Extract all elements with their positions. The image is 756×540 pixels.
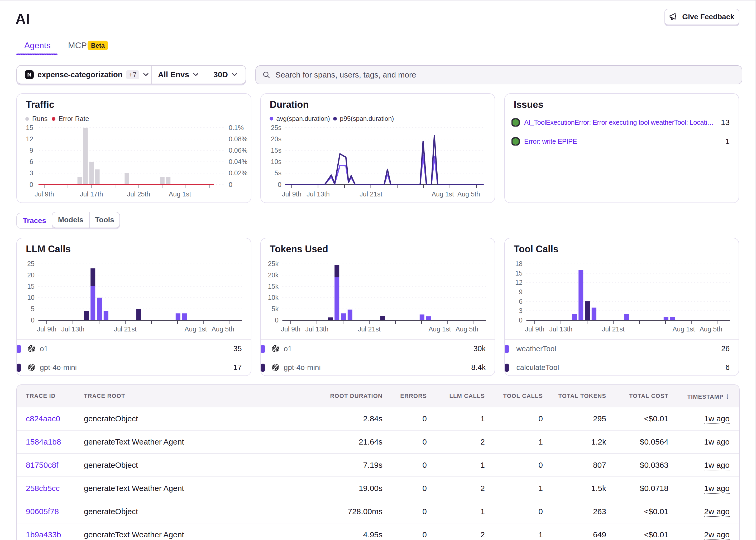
svg-text:Jul 21st: Jul 21st — [602, 326, 624, 333]
svg-text:Jul 13th: Jul 13th — [307, 191, 330, 198]
svg-text:0.04%: 0.04% — [229, 158, 247, 165]
svg-text:9: 9 — [30, 147, 33, 154]
svg-text:5s: 5s — [274, 169, 281, 177]
svg-text:Aug 1st: Aug 1st — [185, 326, 207, 333]
svg-text:Jul 9th: Jul 9th — [525, 326, 544, 333]
svg-text:0: 0 — [278, 181, 281, 188]
svg-text:Aug 5th: Aug 5th — [457, 191, 480, 198]
svg-text:5: 5 — [31, 305, 35, 313]
svg-text:Jul 25th: Jul 25th — [127, 191, 150, 198]
svg-text:10s: 10s — [271, 158, 281, 165]
svg-text:Aug 5th: Aug 5th — [456, 326, 478, 333]
svg-text:Jul 9th: Jul 9th — [37, 326, 57, 333]
svg-text:0.08%: 0.08% — [229, 135, 247, 143]
svg-text:18: 18 — [515, 260, 523, 267]
svg-text:Aug 5th: Aug 5th — [212, 326, 234, 333]
svg-text:Aug 1st: Aug 1st — [673, 326, 695, 333]
svg-text:Jul 13th: Jul 13th — [549, 326, 572, 333]
svg-text:12: 12 — [515, 279, 523, 286]
svg-text:3: 3 — [30, 169, 33, 177]
svg-text:9: 9 — [519, 288, 523, 296]
svg-text:20s: 20s — [271, 135, 281, 143]
svg-text:0: 0 — [31, 317, 35, 324]
svg-text:20: 20 — [27, 271, 35, 279]
svg-text:20k: 20k — [268, 271, 279, 279]
svg-text:Aug 1st: Aug 1st — [169, 191, 191, 198]
svg-text:5k: 5k — [271, 305, 279, 313]
svg-text:10k: 10k — [268, 294, 279, 301]
svg-text:Jul 17th: Jul 17th — [80, 191, 103, 198]
svg-text:3: 3 — [519, 307, 523, 314]
svg-text:Jul 21st: Jul 21st — [114, 326, 137, 333]
svg-text:6: 6 — [519, 298, 523, 305]
svg-text:6: 6 — [30, 158, 33, 165]
svg-text:Jul 9th: Jul 9th — [281, 326, 300, 333]
svg-text:25s: 25s — [271, 124, 281, 131]
svg-text:Jul 9th: Jul 9th — [282, 191, 302, 198]
svg-text:0.1%: 0.1% — [229, 124, 244, 131]
svg-text:10: 10 — [27, 294, 35, 301]
svg-text:15s: 15s — [271, 147, 281, 154]
svg-text:Aug 1st: Aug 1st — [428, 326, 451, 333]
svg-text:0: 0 — [275, 317, 279, 324]
svg-text:Jul 13th: Jul 13th — [305, 326, 328, 333]
svg-text:15: 15 — [26, 124, 33, 131]
svg-text:25: 25 — [27, 260, 35, 267]
svg-text:12: 12 — [26, 135, 33, 143]
svg-text:Aug 1st: Aug 1st — [431, 191, 454, 198]
svg-text:Jul 9th: Jul 9th — [35, 191, 54, 198]
svg-text:0: 0 — [30, 181, 33, 188]
svg-text:0.06%: 0.06% — [229, 147, 247, 154]
svg-text:Aug 5th: Aug 5th — [699, 326, 722, 333]
svg-text:Jul 21st: Jul 21st — [358, 326, 380, 333]
svg-text:15: 15 — [515, 269, 523, 277]
svg-text:15k: 15k — [268, 283, 279, 290]
svg-text:Jul 21st: Jul 21st — [360, 191, 382, 198]
svg-text:0.02%: 0.02% — [229, 169, 247, 177]
svg-text:0: 0 — [229, 181, 232, 188]
svg-text:15: 15 — [27, 283, 35, 290]
svg-text:25k: 25k — [268, 260, 279, 267]
svg-text:Jul 13th: Jul 13th — [62, 326, 85, 333]
svg-text:0: 0 — [519, 317, 523, 324]
